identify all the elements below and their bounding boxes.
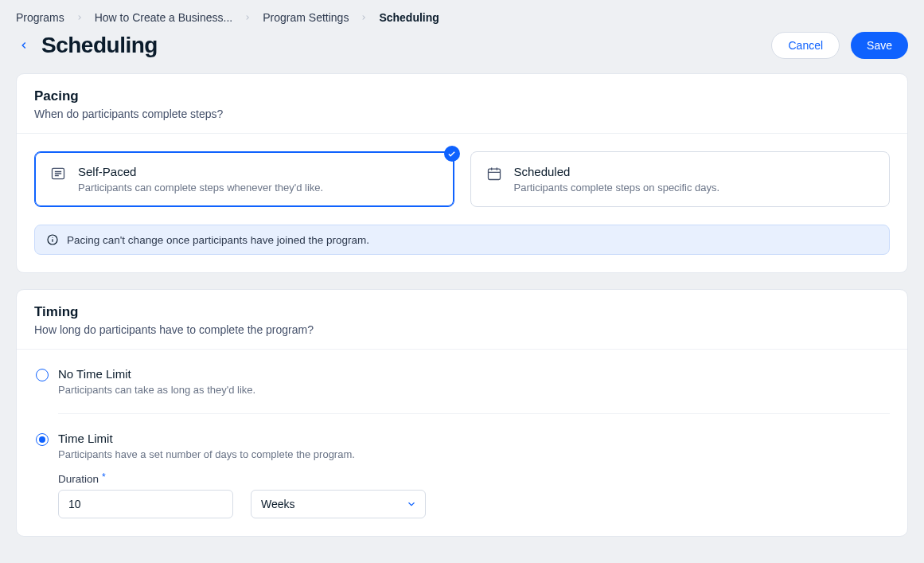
- chevron-left-icon: [18, 40, 29, 51]
- timing-option-title: No Time Limit: [58, 367, 255, 381]
- timing-panel: Timing How long do participants have to …: [16, 289, 908, 537]
- breadcrumb: Programs How to Create a Business... Pro…: [0, 0, 924, 24]
- pacing-option-self-paced[interactable]: Self-Paced Participants can complete ste…: [34, 151, 454, 207]
- pacing-option-title: Self-Paced: [78, 165, 439, 178]
- back-button[interactable]: [16, 37, 32, 53]
- pacing-info-banner: Pacing can't change once participants ha…: [34, 225, 890, 255]
- divider: [58, 413, 890, 414]
- chevron-right-icon: [244, 14, 251, 22]
- timing-subtitle: How long do participants have to complet…: [34, 323, 890, 336]
- chevron-down-icon: [405, 498, 418, 510]
- duration-label: Duration*: [58, 473, 890, 485]
- save-button[interactable]: Save: [851, 32, 908, 59]
- pacing-info-text: Pacing can't change once participants ha…: [67, 234, 369, 246]
- radio-icon: [36, 369, 49, 381]
- timing-option-time-limit[interactable]: Time Limit Participants have a set numbe…: [36, 432, 890, 460]
- timing-option-desc: Participants have a set number of days t…: [58, 448, 355, 460]
- radio-icon: [36, 433, 49, 446]
- chevron-right-icon: [76, 14, 84, 22]
- timing-title: Timing: [34, 304, 890, 320]
- calendar-icon: [485, 165, 503, 182]
- info-icon: [46, 233, 59, 246]
- duration-input[interactable]: [58, 490, 233, 518]
- pacing-option-scheduled[interactable]: Scheduled Participants complete steps on…: [470, 151, 891, 207]
- timing-option-title: Time Limit: [58, 432, 355, 445]
- breadcrumb-item-program[interactable]: How to Create a Business...: [95, 11, 233, 24]
- svg-rect-4: [488, 169, 500, 179]
- pacing-panel: Pacing When do participants complete ste…: [16, 73, 908, 273]
- page-title: Scheduling: [41, 33, 158, 58]
- timing-option-desc: Participants can take as long as they'd …: [58, 384, 255, 396]
- svg-point-10: [52, 237, 53, 238]
- page-header: Scheduling Cancel Save: [0, 24, 924, 73]
- pacing-subtitle: When do participants complete steps?: [34, 108, 890, 120]
- required-indicator: *: [102, 471, 106, 483]
- pacing-option-desc: Participants complete steps on specific …: [514, 182, 875, 194]
- breadcrumb-item-current: Scheduling: [379, 11, 439, 24]
- breadcrumb-item-programs[interactable]: Programs: [16, 11, 64, 24]
- breadcrumb-item-settings[interactable]: Program Settings: [263, 11, 349, 24]
- chevron-right-icon: [360, 14, 368, 22]
- pacing-option-title: Scheduled: [514, 165, 875, 178]
- duration-unit-select[interactable]: Weeks: [251, 490, 426, 518]
- check-icon: [444, 146, 460, 162]
- list-icon: [49, 165, 67, 182]
- timing-option-no-limit[interactable]: No Time Limit Participants can take as l…: [36, 367, 890, 396]
- pacing-title: Pacing: [34, 88, 890, 104]
- pacing-option-desc: Participants can complete steps whenever…: [78, 182, 439, 194]
- cancel-button[interactable]: Cancel: [771, 32, 840, 59]
